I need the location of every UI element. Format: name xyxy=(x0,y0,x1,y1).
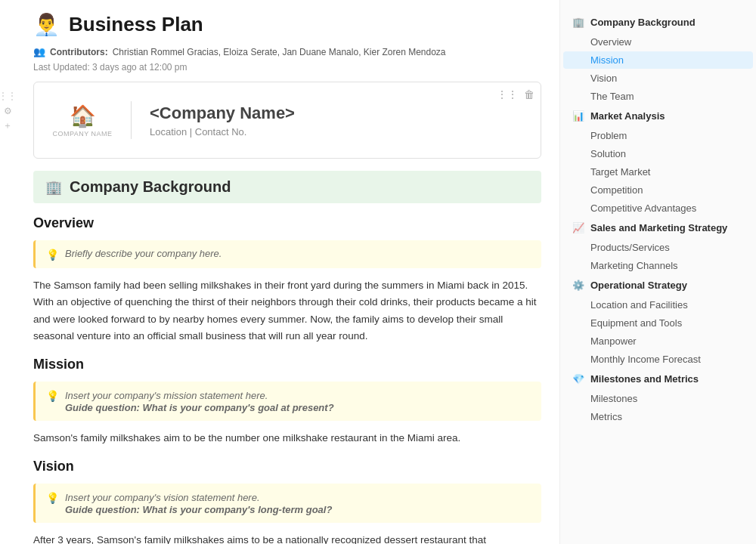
nav-section-label-sales-marketing: Sales and Marketing Strategy xyxy=(590,222,727,233)
company-name[interactable]: <Company Name> xyxy=(150,104,295,123)
nav-item-equipment-tools[interactable]: Equipment and Tools xyxy=(563,314,753,332)
nav-section-icon-operational-strategy: ⚙️ xyxy=(572,280,584,291)
vision-hint-line1: Insert your company's vision statement h… xyxy=(65,492,260,503)
nav-section-icon-company-background: 🏢 xyxy=(572,17,584,28)
vision-title: Vision xyxy=(33,459,541,474)
contributors-icon: 👥 xyxy=(33,46,45,57)
nav-section-label-market-analysis: Market Analysis xyxy=(590,110,665,122)
nav-item-vision[interactable]: Vision xyxy=(563,70,753,87)
mission-body: Samson's family milkshakes aim to be the… xyxy=(33,430,541,447)
nav-section-label-operational-strategy: Operational Strategy xyxy=(590,280,687,291)
mission-hint-line2: Guide question: What is your company's g… xyxy=(65,402,334,413)
overview-body: The Samson family had been selling milks… xyxy=(33,277,541,345)
nav-item-mission[interactable]: Mission xyxy=(563,51,753,69)
mission-section: Mission 💡 Insert your company's mission … xyxy=(15,357,559,447)
card-drag-icon[interactable]: ⋮⋮ xyxy=(497,88,518,100)
company-logo: 🏠 COMPANY NAME xyxy=(52,97,113,143)
settings-icon[interactable]: ⚙ xyxy=(4,106,12,116)
overview-hint-text: Briefly describe your company here. xyxy=(65,248,222,259)
overview-section: Overview 💡 Briefly describe your company… xyxy=(15,215,559,345)
vision-hint-text-container: Insert your company's vision statement h… xyxy=(65,491,332,515)
left-sidebar: ⋮⋮ ⚙ ＋ xyxy=(0,0,15,544)
nav-item-overview[interactable]: Overview xyxy=(563,33,753,51)
nav-item-solution[interactable]: Solution xyxy=(563,145,753,162)
mission-hint-box: 💡 Insert your company's mission statemen… xyxy=(33,382,541,421)
contributors-list: Christian Rommel Gracias, Eloiza Serate,… xyxy=(113,47,446,57)
nav-item-problem[interactable]: Problem xyxy=(563,127,753,144)
last-updated: Last Updated: 3 days ago at 12:00 pm xyxy=(15,60,559,82)
nav-section-sales-marketing[interactable]: 📈 Sales and Marketing Strategy xyxy=(560,218,756,238)
block-actions: ⚙ ＋ xyxy=(3,106,12,132)
company-divider xyxy=(131,101,132,139)
company-card: ⋮⋮ 🗑 🏠 COMPANY NAME <Company Name> Locat… xyxy=(33,82,541,159)
logo-icon: 🏠 xyxy=(70,104,96,128)
main-content: 👨‍💼 Business Plan 👥 Contributors: Christ… xyxy=(15,0,559,544)
mission-hint-text-container: Insert your company's mission statement … xyxy=(65,389,334,413)
overview-title: Overview xyxy=(33,215,541,231)
nav-section-milestones-metrics[interactable]: 💎 Milestones and Metrics xyxy=(560,369,756,389)
meta-row: 👥 Contributors: Christian Rommel Gracias… xyxy=(15,43,559,60)
nav-item-marketing-channels[interactable]: Marketing Channels xyxy=(563,257,753,274)
company-background-header: 🏢 Company Background xyxy=(33,171,541,203)
company-background-icon: 🏢 xyxy=(45,179,62,196)
nav-section-icon-sales-marketing: 📈 xyxy=(572,222,584,233)
nav-section-company-background[interactable]: 🏢 Company Background xyxy=(560,12,756,32)
vision-section: Vision 💡 Insert your company's vision st… xyxy=(15,459,559,544)
mission-hint-icon: 💡 xyxy=(46,390,59,402)
vision-hint-line2: Guide question: What is your company's l… xyxy=(65,504,332,515)
nav-item-competition[interactable]: Competition xyxy=(563,181,753,199)
nav-item-milestones[interactable]: Milestones xyxy=(563,390,753,407)
page-header: 👨‍💼 Business Plan xyxy=(15,0,559,43)
nav-section-icon-milestones-metrics: 💎 xyxy=(572,373,584,385)
nav-item-monthly-income[interactable]: Monthly Income Forecast xyxy=(563,351,753,368)
nav-item-target-market[interactable]: Target Market xyxy=(563,163,753,181)
mission-hint-line1: Insert your company's mission statement … xyxy=(65,390,268,401)
last-updated-value: 3 days ago at 12:00 pm xyxy=(92,62,187,73)
contributors-label: Contributors: xyxy=(50,47,108,57)
mission-title: Mission xyxy=(33,357,541,372)
logo-subtext: COMPANY NAME xyxy=(52,130,112,138)
overview-hint-box: 💡 Briefly describe your company here. xyxy=(33,240,541,268)
nav-section-label-company-background: Company Background xyxy=(590,17,696,28)
nav-section-label-milestones-metrics: Milestones and Metrics xyxy=(590,373,699,385)
company-background-title: Company Background xyxy=(70,178,231,196)
vision-hint-guide: Guide question: What is your company's l… xyxy=(65,504,332,515)
mission-hint-guide: Guide question: What is your company's g… xyxy=(65,402,334,413)
nav-section-market-analysis[interactable]: 📊 Market Analysis xyxy=(560,106,756,126)
drag-handle[interactable]: ⋮⋮ xyxy=(0,91,17,101)
nav-item-products-services[interactable]: Products/Services xyxy=(563,239,753,256)
company-info: <Company Name> Location | Contact No. xyxy=(150,104,295,138)
nav-item-location-facilities[interactable]: Location and Facilities xyxy=(563,296,753,314)
vision-hint-icon: 💡 xyxy=(46,492,59,504)
nav-section-operational-strategy[interactable]: ⚙️ Operational Strategy xyxy=(560,275,756,295)
page-title-icon: 👨‍💼 xyxy=(33,12,60,37)
add-block-icon[interactable]: ＋ xyxy=(3,119,12,132)
right-sidebar: 🏢 Company Background OverviewMissionVisi… xyxy=(559,0,756,544)
card-actions: ⋮⋮ 🗑 xyxy=(497,88,534,100)
nav-item-manpower[interactable]: Manpower xyxy=(563,332,753,350)
vision-body: After 3 years, Samson's family milkshake… xyxy=(33,532,541,544)
vision-hint-box: 💡 Insert your company's vision statement… xyxy=(33,484,541,523)
nav-item-metrics[interactable]: Metrics xyxy=(563,408,753,425)
page-title: Business Plan xyxy=(69,13,203,36)
hint-bulb-icon: 💡 xyxy=(46,249,59,261)
nav-item-the-team[interactable]: The Team xyxy=(563,88,753,105)
card-delete-icon[interactable]: 🗑 xyxy=(524,88,534,100)
last-updated-label: Last Updated: xyxy=(33,62,90,73)
company-location: Location | Contact No. xyxy=(150,126,295,138)
nav-item-competitive-advantages[interactable]: Competitive Advantages xyxy=(563,199,753,217)
nav-section-icon-market-analysis: 📊 xyxy=(572,110,584,122)
